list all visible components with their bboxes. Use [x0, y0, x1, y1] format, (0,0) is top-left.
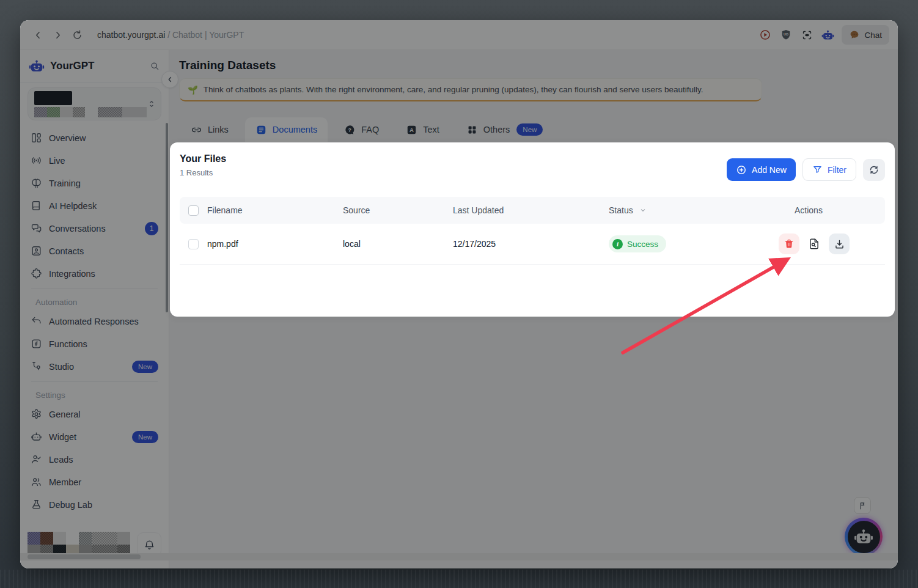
plus-circle-icon	[736, 164, 747, 175]
your-files-card: Your Files 1 Results Add New Filter	[170, 142, 895, 317]
col-actions: Actions	[779, 205, 885, 215]
files-table: Filename Source Last Updated Status Acti…	[180, 197, 885, 265]
table-header-row: Filename Source Last Updated Status Acti…	[180, 197, 885, 224]
file-search-icon	[807, 237, 821, 251]
funnel-icon	[812, 164, 823, 175]
preview-file-button[interactable]	[805, 233, 823, 254]
cell-filename: npm.pdf	[207, 239, 343, 249]
col-source: Source	[343, 205, 453, 215]
status-badge: i Success	[609, 235, 666, 252]
chevron-down-icon	[639, 206, 647, 215]
results-count: 1 Results	[180, 168, 226, 177]
desktop-texture	[0, 570, 918, 588]
row-checkbox[interactable]	[188, 239, 199, 249]
cell-source: local	[343, 239, 453, 249]
delete-file-button[interactable]	[779, 233, 799, 254]
download-icon	[834, 238, 845, 250]
desktop: { "colors":{"primary":"#2563eb","badge_b…	[0, 0, 918, 588]
download-file-button[interactable]	[829, 233, 850, 254]
filter-button[interactable]: Filter	[802, 158, 856, 181]
card-title: Your Files	[180, 153, 226, 164]
table-row: npm.pdf local 12/17/2025 i Success	[180, 224, 885, 265]
select-all-checkbox[interactable]	[188, 205, 199, 216]
refresh-button[interactable]	[863, 159, 885, 181]
col-status[interactable]: Status	[609, 205, 779, 215]
trash-icon	[784, 238, 795, 249]
cell-last-updated: 12/17/2025	[453, 239, 609, 249]
browser-window: chatbot.yourgpt.ai / Chatbot | YourGPT U…	[20, 20, 898, 568]
refresh-icon	[868, 164, 879, 175]
add-new-button[interactable]: Add New	[727, 158, 796, 181]
col-last-updated: Last Updated	[453, 205, 609, 215]
col-filename: Filename	[207, 205, 343, 215]
info-icon: i	[612, 239, 623, 249]
